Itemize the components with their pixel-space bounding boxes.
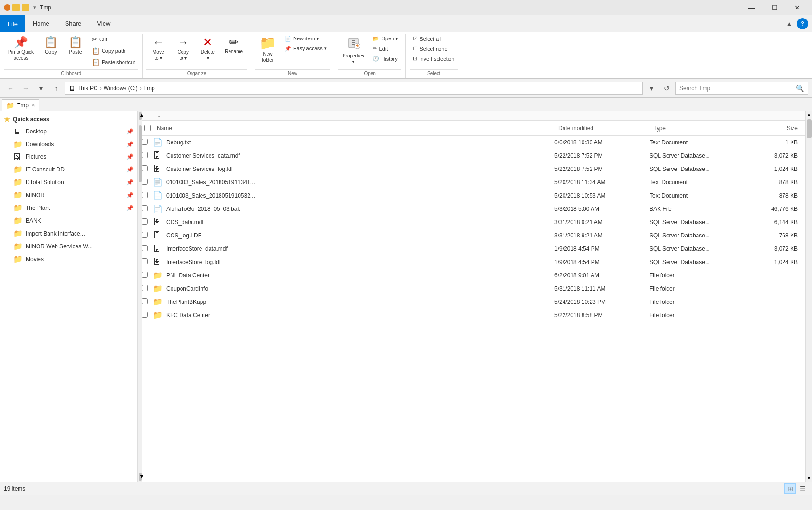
history-button[interactable]: 🕐 History [369,54,401,63]
file-row[interactable]: 📁 KFC Data Center 5/22/2018 8:58 PM File… [138,309,805,322]
file-checkbox[interactable] [142,258,148,264]
new-folder-button[interactable]: 📁 Newfolder [255,34,280,66]
file-checkbox[interactable] [142,285,148,291]
file-checkbox[interactable] [142,192,148,198]
column-date-header[interactable]: Date modified [554,123,650,133]
file-tab-close-button[interactable]: ✕ [31,103,35,108]
file-row[interactable]: 🗄 Customer Services_log.ldf 5/22/2018 7:… [138,162,805,176]
scroll-down-button[interactable]: ▼ [806,474,812,482]
column-type-header[interactable]: Type [650,123,745,133]
up-button[interactable]: ↑ [49,82,63,95]
sidebar-scrollbar[interactable]: ▲ ▼ [138,111,142,482]
file-checkbox[interactable] [142,179,148,185]
view-list-button[interactable]: ☰ [797,483,808,494]
ribbon-collapse-button[interactable]: ▲ [783,18,795,29]
tab-file[interactable]: File [0,15,25,32]
move-to-button[interactable]: ← Moveto ▾ [146,34,170,64]
copy-button[interactable]: 📋 Copy [39,34,63,57]
file-checkbox[interactable] [142,165,148,171]
delete-icon: ✕ [203,37,212,48]
file-row[interactable]: 📄 Debug.txt 6/6/2018 10:30 AM Text Docum… [138,136,805,149]
file-row[interactable]: 🗄 InterfaceStore_data.mdf 1/9/2018 4:54 … [138,242,805,255]
view-details-button[interactable]: ⊞ [784,483,796,494]
sidebar-item-import-bank[interactable]: 📁 Import Bank Interface... [0,227,137,240]
tab-share[interactable]: Share [57,15,90,32]
sidebar-item-pictures[interactable]: 🖼 Pictures 📌 [0,151,137,163]
content-scrollbar[interactable]: ▲ ▼ [805,111,812,482]
file-row[interactable]: 🗄 CCS_log.LDF 3/31/2018 9:21 AM SQL Serv… [138,229,805,242]
file-checkbox[interactable] [142,205,148,211]
minimize-button[interactable]: — [741,0,763,15]
refresh-button[interactable]: ↺ [660,82,673,95]
close-button[interactable]: ✕ [786,0,808,15]
sidebar-item-dtotal[interactable]: 📁 DTotal Solution 📌 [0,176,137,189]
sidebar-item-downloads[interactable]: 📁 Downloads 📌 [0,138,137,151]
file-checkbox[interactable] [142,298,148,304]
checkbox-header[interactable] [142,125,153,131]
pin-button[interactable]: 📌 Pin to Quickaccess [4,34,38,64]
file-checkbox[interactable] [142,272,148,278]
sidebar-item-minor-web[interactable]: 📁 MINOR Web Services W... [0,240,137,253]
address-dropdown-button[interactable]: ▾ [645,82,658,95]
file-checkbox[interactable] [142,152,148,158]
forward-button[interactable]: → [19,82,32,95]
title-bar-icons: ▾ [4,4,36,11]
file-row[interactable]: 📄 AlohaToGo_2018_05_03.bak 5/3/2018 5:00… [138,202,805,216]
new-item-button[interactable]: 📄 New item ▾ [281,34,330,43]
file-checkbox[interactable] [142,139,148,145]
file-row[interactable]: 🗄 Customer Services_data.mdf 5/22/2018 7… [138,149,805,162]
scroll-thumb[interactable] [807,119,812,138]
tab-home[interactable]: Home [25,15,57,32]
recent-locations-button[interactable]: ▾ [34,82,48,95]
file-row[interactable]: 🗄 InterfaceStore_log.ldf 1/9/2018 4:54 P… [138,255,805,269]
select-all-checkbox[interactable] [144,125,151,131]
file-row[interactable]: 📁 CouponCardInfo 5/31/2018 11:11 AM File… [138,282,805,295]
file-tab-tmp[interactable]: 📁 Tmp ✕ [2,99,39,111]
paste-shortcut-button[interactable]: 📋 Paste shortcut [88,57,138,67]
delete-button[interactable]: ✕ Delete▾ [196,34,220,64]
file-row[interactable]: 🗄 CCS_data.mdf 3/31/2018 9:21 AM SQL Ser… [138,216,805,229]
rename-icon: ✏ [229,37,239,48]
file-checkbox[interactable] [142,218,148,225]
back-button[interactable]: ← [4,82,17,95]
file-row[interactable]: 📁 ThePlantBKapp 5/24/2018 10:23 PM File … [138,295,805,309]
select-none-button[interactable]: ☐ Select none [410,44,458,53]
copy-label: Copy [45,49,57,55]
open-button[interactable]: 📂 Open ▾ [369,34,401,43]
file-row[interactable]: 📄 0101003_Sales_2018051910532... 5/20/20… [138,189,805,202]
sidebar-quick-access-header[interactable]: ★ Quick access [0,113,137,125]
column-size-header[interactable]: Size [745,123,802,133]
tab-view[interactable]: View [89,15,118,32]
file-row[interactable]: 📁 PNL Data Center 6/2/2018 9:01 AM File … [138,269,805,282]
file-checkbox[interactable] [142,312,148,318]
column-name-header[interactable]: Name [153,123,554,133]
scroll-up-button[interactable]: ▲ [806,111,812,118]
sidebar-scroll-up[interactable]: ▲ [139,112,142,120]
sidebar-scroll-down[interactable]: ▼ [139,473,142,481]
invert-selection-button[interactable]: ⊡ Invert selection [410,54,458,63]
sidebar-item-movies[interactable]: 📁 Movies [0,253,137,265]
copy-to-button[interactable]: → Copyto ▾ [171,34,195,64]
easy-access-button[interactable]: 📌 Easy access ▾ [281,44,330,53]
rename-button[interactable]: ✏ Rename [220,34,247,57]
sidebar-item-it-consoult[interactable]: 📁 IT Consoult DD 📌 [0,163,137,176]
sidebar-scroll-thumb[interactable] [139,125,142,182]
sidebar-item-minor[interactable]: 📁 MINOR 📌 [0,189,137,201]
select-all-button[interactable]: ☑ Select all [410,34,458,43]
search-input[interactable] [679,85,794,92]
paste-button[interactable]: 📋 Paste [64,34,87,57]
import-bank-label: Import Bank Interface... [26,230,85,237]
copy-path-button[interactable]: 📋 Copy path [88,46,138,56]
sidebar-item-the-plant[interactable]: 📁 The Plant 📌 [0,201,137,214]
address-path[interactable]: 🖥 This PC › Windows (C:) › Tmp [65,82,643,95]
cut-button[interactable]: ✂ Cut [88,34,138,45]
file-row[interactable]: 📄 0101003_Sales_2018051911341... 5/20/20… [138,176,805,189]
properties-button[interactable]: Properties▾ [338,34,369,67]
maximize-button[interactable]: ☐ [764,0,785,15]
help-button[interactable]: ? [797,18,808,29]
edit-button[interactable]: ✏ Edit [369,44,401,53]
sidebar-item-bank[interactable]: 📁 BANK [0,214,137,227]
sidebar-item-desktop[interactable]: 🖥 Desktop 📌 [0,125,137,138]
file-checkbox[interactable] [142,245,148,251]
file-checkbox[interactable] [142,232,148,238]
